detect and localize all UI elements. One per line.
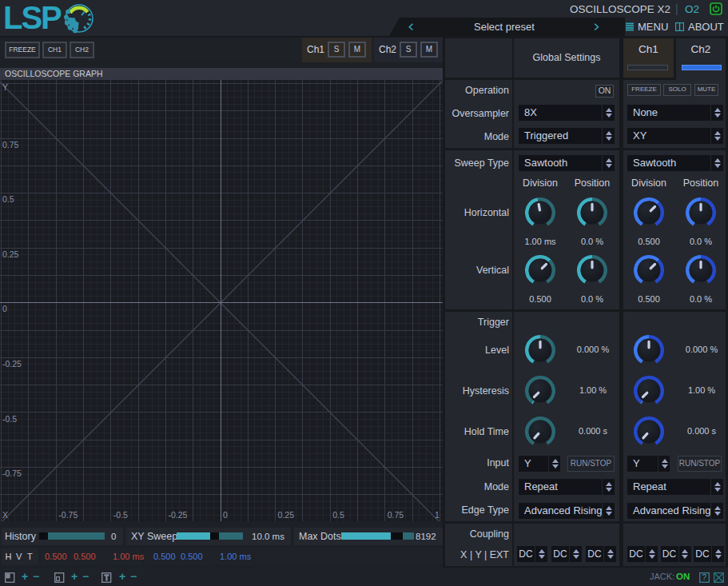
- svg-text:?: ?: [702, 573, 707, 582]
- svg-text:X: X: [2, 510, 8, 520]
- svg-text:-0.5: -0.5: [113, 510, 128, 520]
- svg-text:0.75: 0.75: [2, 140, 19, 149]
- svg-text:-0.75: -0.75: [58, 510, 78, 520]
- svg-text:0: 0: [2, 304, 7, 313]
- svg-text:0.25: 0.25: [2, 249, 19, 259]
- svg-text:-0.75: -0.75: [2, 468, 22, 478]
- svg-text:0.5: 0.5: [332, 510, 344, 520]
- svg-text:-0.25: -0.25: [2, 359, 22, 369]
- svg-text:0.25: 0.25: [278, 510, 295, 520]
- svg-text:-0.25: -0.25: [168, 510, 187, 520]
- svg-text:-0.5: -0.5: [2, 414, 17, 424]
- svg-text:0: 0: [223, 510, 228, 520]
- svg-text:1: 1: [435, 510, 440, 520]
- svg-text:0.5: 0.5: [2, 194, 14, 204]
- svg-text:Y: Y: [2, 82, 8, 92]
- svg-text:0.75: 0.75: [388, 510, 404, 520]
